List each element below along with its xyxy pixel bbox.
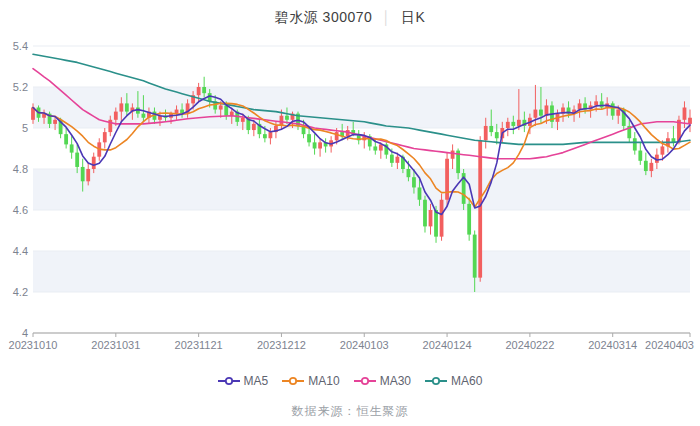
legend-label: MA10 xyxy=(308,374,339,388)
y-tick-label: 5.4 xyxy=(13,40,28,52)
legend-marker-icon xyxy=(425,376,447,386)
y-tick-label: 4 xyxy=(22,327,28,339)
data-source-label: 数据来源：恒生聚源 xyxy=(0,403,700,420)
date-axis: 2023101020231031202311212023121220240103… xyxy=(9,333,694,351)
plot-bands xyxy=(33,87,690,292)
legend: MA5MA10MA30MA60 xyxy=(0,374,700,388)
y-tick-label: 5.2 xyxy=(13,81,28,93)
legend-label: MA30 xyxy=(380,374,411,388)
x-tick-label: 20240403 xyxy=(645,339,694,351)
x-tick-label: 20231031 xyxy=(91,339,140,351)
y-tick-label: 4.2 xyxy=(13,286,28,298)
x-tick-label: 20231010 xyxy=(9,339,58,351)
kline-chart-page: 碧水源 300070│日K 5.45.254.84.64.44.24202310… xyxy=(0,0,700,426)
y-tick-label: 4.8 xyxy=(13,163,28,175)
y-tick-label: 4.4 xyxy=(13,245,28,257)
legend-item-ma60[interactable]: MA60 xyxy=(425,374,482,388)
legend-marker-icon xyxy=(282,376,304,386)
legend-label: MA60 xyxy=(451,374,482,388)
kline-chart-canvas[interactable]: 5.45.254.84.64.44.2420231010202310312023… xyxy=(0,0,700,426)
legend-marker-icon xyxy=(218,376,240,386)
price-axis-labels: 5.45.254.84.64.44.24 xyxy=(13,40,28,339)
legend-item-ma10[interactable]: MA10 xyxy=(282,374,339,388)
x-tick-label: 20240103 xyxy=(340,339,389,351)
x-tick-label: 20231121 xyxy=(175,339,223,351)
x-tick-label: 20240124 xyxy=(423,339,472,351)
legend-item-ma5[interactable]: MA5 xyxy=(218,374,269,388)
legend-item-ma30[interactable]: MA30 xyxy=(354,374,411,388)
y-tick-label: 4.6 xyxy=(13,204,28,216)
legend-label: MA5 xyxy=(244,374,269,388)
x-tick-label: 20231212 xyxy=(257,339,306,351)
x-tick-label: 20240314 xyxy=(588,339,637,351)
y-tick-label: 5 xyxy=(22,122,28,134)
x-tick-label: 20240222 xyxy=(505,339,554,351)
legend-marker-icon xyxy=(354,376,376,386)
